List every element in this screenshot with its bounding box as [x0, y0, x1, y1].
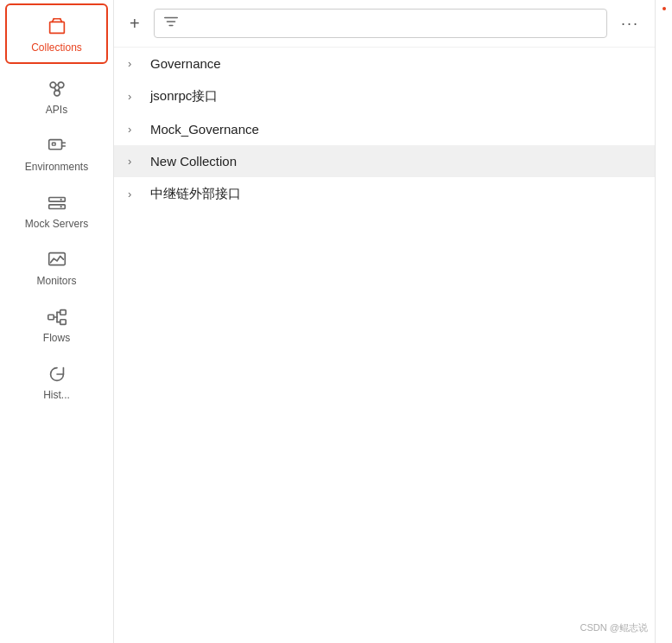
svg-rect-0 — [49, 22, 64, 33]
collection-item[interactable]: ›New Collection — [114, 145, 655, 177]
main-panel: + ··· ›Governance›jsonrpc接口›Mock_Governa… — [114, 0, 655, 643]
sidebar-item-history[interactable]: Hist... — [0, 353, 113, 410]
collection-name: New Collection — [150, 154, 237, 169]
sidebar-item-mock-servers-label: Mock Servers — [25, 218, 88, 230]
sidebar-item-collections[interactable]: Collections — [5, 3, 108, 64]
chevron-right-icon: › — [128, 57, 142, 70]
collection-item[interactable]: ›中继链外部接口 — [114, 177, 655, 211]
svg-rect-19 — [48, 315, 54, 320]
svg-rect-14 — [48, 198, 65, 202]
svg-rect-20 — [60, 310, 66, 315]
sidebar-item-apis[interactable]: APIs — [0, 67, 113, 124]
collection-name: 中继链外部接口 — [150, 186, 241, 202]
sidebar-item-mock-servers[interactable]: Mock Servers — [0, 181, 113, 239]
sidebar-item-environments-label: Environments — [25, 161, 88, 173]
sidebar-item-flows-label: Flows — [43, 332, 70, 344]
collection-name: jsonrpc接口 — [150, 88, 218, 105]
history-icon — [46, 363, 68, 385]
sidebar-item-monitors[interactable]: Monitors — [0, 239, 113, 296]
right-panel — [655, 0, 672, 643]
right-panel-indicator — [662, 7, 666, 10]
chevron-right-icon: › — [128, 188, 142, 201]
collection-name: Mock_Governance — [150, 122, 259, 137]
collections-icon — [46, 16, 68, 38]
chevron-right-icon: › — [128, 123, 142, 136]
collection-item[interactable]: ›Governance — [114, 48, 655, 80]
sidebar: Collections APIs Environments — [0, 0, 114, 643]
collection-item[interactable]: ›Mock_Governance — [114, 113, 655, 145]
sidebar-item-history-label: Hist... — [43, 389, 70, 401]
svg-rect-21 — [60, 320, 66, 325]
svg-point-6 — [54, 90, 60, 95]
apis-icon — [46, 78, 68, 100]
sidebar-item-collections-label: Collections — [31, 41, 82, 54]
svg-rect-15 — [48, 205, 65, 209]
filter-icon — [163, 14, 179, 33]
flows-icon — [46, 306, 68, 328]
search-input[interactable] — [186, 16, 598, 30]
collection-list: ›Governance›jsonrpc接口›Mock_Governance›Ne… — [114, 48, 655, 643]
more-options-button[interactable]: ··· — [616, 13, 644, 35]
add-collection-button[interactable]: + — [124, 13, 145, 34]
mock-servers-icon — [46, 192, 68, 214]
chevron-right-icon: › — [128, 90, 142, 103]
environments-icon — [46, 135, 68, 157]
svg-rect-11 — [52, 143, 55, 145]
monitors-icon — [46, 249, 68, 271]
svg-point-17 — [60, 206, 61, 207]
search-bar — [154, 9, 607, 38]
watermark: CSDN @鲲志说 — [580, 621, 648, 634]
collection-item[interactable]: ›jsonrpc接口 — [114, 80, 655, 113]
sidebar-item-environments[interactable]: Environments — [0, 124, 113, 181]
sidebar-item-monitors-label: Monitors — [36, 275, 76, 287]
svg-point-16 — [60, 199, 61, 201]
collection-name: Governance — [150, 56, 221, 71]
chevron-right-icon: › — [128, 155, 142, 168]
sidebar-item-flows[interactable]: Flows — [0, 296, 113, 353]
toolbar: + ··· — [114, 0, 655, 48]
sidebar-item-apis-label: APIs — [46, 104, 67, 116]
